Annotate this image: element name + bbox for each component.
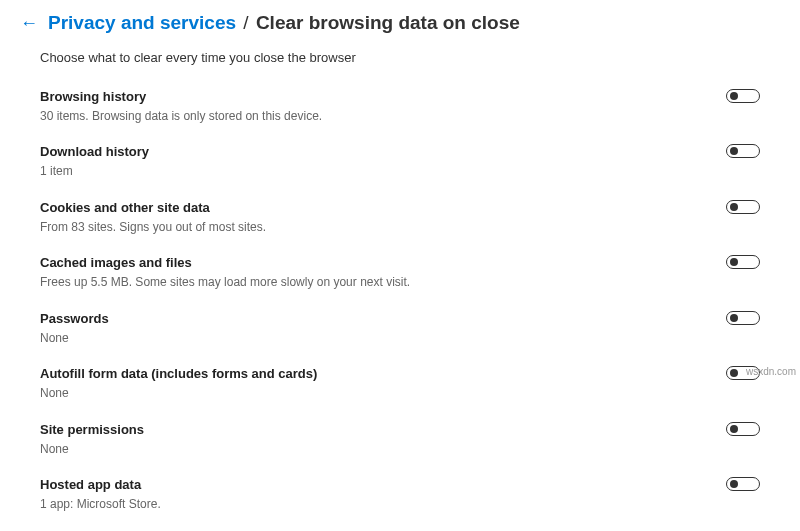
row-text: Browsing history 30 items. Browsing data… [40, 89, 706, 124]
row-text: Passwords None [40, 311, 706, 346]
item-title: Cookies and other site data [40, 200, 706, 217]
toggle-knob-icon [730, 314, 738, 322]
page-header: ← Privacy and services / Clear browsing … [0, 0, 800, 42]
item-title: Cached images and files [40, 255, 706, 272]
item-desc: Frees up 5.5 MB. Some sites may load mor… [40, 275, 706, 291]
item-desc: None [40, 386, 706, 402]
toggle-site-permissions[interactable] [726, 422, 760, 436]
toggle-download-history[interactable] [726, 144, 760, 158]
item-title: Passwords [40, 311, 706, 328]
toggle-knob-icon [730, 369, 738, 377]
row-site-permissions: Site permissions None [40, 414, 760, 469]
toggle-passwords[interactable] [726, 311, 760, 325]
row-cookies: Cookies and other site data From 83 site… [40, 192, 760, 247]
toggle-browsing-history[interactable] [726, 89, 760, 103]
toggle-knob-icon [730, 425, 738, 433]
item-title: Site permissions [40, 422, 706, 439]
toggle-knob-icon [730, 480, 738, 488]
breadcrumb-separator: / [241, 12, 250, 33]
item-desc: 1 app: Microsoft Store. [40, 497, 706, 513]
toggle-cached[interactable] [726, 255, 760, 269]
item-title: Autofill form data (includes forms and c… [40, 366, 706, 383]
item-desc: 30 items. Browsing data is only stored o… [40, 109, 706, 125]
settings-list: Browsing history 30 items. Browsing data… [0, 65, 800, 525]
row-download-history: Download history 1 item [40, 136, 760, 191]
item-desc: None [40, 442, 706, 458]
toggle-knob-icon [730, 203, 738, 211]
row-text: Cached images and files Frees up 5.5 MB.… [40, 255, 706, 290]
back-arrow-icon[interactable]: ← [20, 14, 38, 32]
toggle-knob-icon [730, 258, 738, 266]
row-browsing-history: Browsing history 30 items. Browsing data… [40, 81, 760, 136]
item-desc: None [40, 331, 706, 347]
row-text: Cookies and other site data From 83 site… [40, 200, 706, 235]
row-text: Site permissions None [40, 422, 706, 457]
row-passwords: Passwords None [40, 303, 760, 358]
breadcrumb-current: Clear browsing data on close [256, 12, 520, 33]
toggle-hosted-app-data[interactable] [726, 477, 760, 491]
breadcrumb: Privacy and services / Clear browsing da… [48, 12, 520, 34]
row-cached: Cached images and files Frees up 5.5 MB.… [40, 247, 760, 302]
toggle-cookies[interactable] [726, 200, 760, 214]
item-title: Browsing history [40, 89, 706, 106]
item-title: Hosted app data [40, 477, 706, 494]
item-desc: From 83 sites. Signs you out of most sit… [40, 220, 706, 236]
toggle-knob-icon [730, 147, 738, 155]
page-subtitle: Choose what to clear every time you clos… [0, 42, 800, 65]
row-text: Download history 1 item [40, 144, 706, 179]
watermark: wsxdn.com [746, 366, 796, 377]
toggle-knob-icon [730, 92, 738, 100]
row-hosted-app-data: Hosted app data 1 app: Microsoft Store. [40, 469, 760, 524]
row-autofill: Autofill form data (includes forms and c… [40, 358, 760, 413]
row-text: Hosted app data 1 app: Microsoft Store. [40, 477, 706, 512]
item-title: Download history [40, 144, 706, 161]
item-desc: 1 item [40, 164, 706, 180]
breadcrumb-link-privacy[interactable]: Privacy and services [48, 12, 236, 33]
row-text: Autofill form data (includes forms and c… [40, 366, 706, 401]
